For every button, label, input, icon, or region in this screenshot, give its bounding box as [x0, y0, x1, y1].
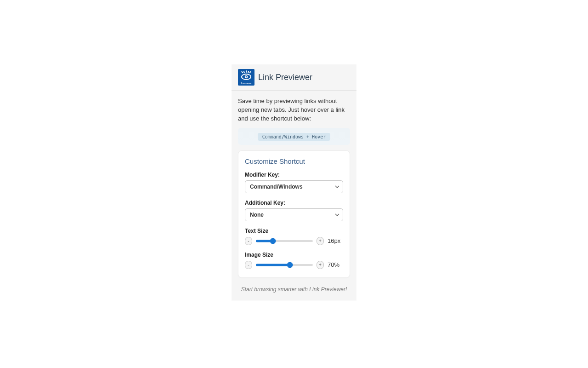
extension-popup: Previewer Link Previewer Save time by pr…	[232, 64, 356, 300]
description-part-2: and use the shortcut below:	[238, 115, 311, 122]
app-title: Link Previewer	[258, 73, 312, 82]
customize-shortcut-title: Customize Shortcut	[245, 157, 343, 165]
description-part-1: Save time by previewing links without op…	[238, 98, 337, 113]
footer-tagline: Start browsing smarter with Link Preview…	[232, 284, 356, 300]
app-logo-icon: Previewer	[238, 69, 254, 86]
image-size-plus-button[interactable]: +	[317, 261, 324, 269]
text-size-group: Text Size - + 16px	[245, 228, 343, 245]
modifier-key-label: Modifier Key:	[245, 172, 343, 178]
text-size-value: 16px	[328, 237, 343, 244]
image-size-slider[interactable]	[256, 262, 313, 268]
text-size-slider[interactable]	[256, 238, 313, 244]
additional-key-select[interactable]: None	[245, 208, 343, 221]
text-size-minus-button[interactable]: -	[245, 237, 252, 245]
additional-key-label: Additional Key:	[245, 200, 343, 206]
description-link-word[interactable]: link	[335, 106, 345, 113]
additional-key-group: Additional Key: None	[245, 200, 343, 221]
image-size-label: Image Size	[245, 252, 343, 258]
description-text: Save time by previewing links without op…	[232, 91, 356, 128]
shortcut-pill: Command/Windows + Hover	[258, 133, 330, 141]
image-size-value: 70%	[328, 261, 343, 268]
text-size-label: Text Size	[245, 228, 343, 234]
shortcut-display: Command/Windows + Hover	[238, 128, 350, 145]
image-size-minus-button[interactable]: -	[245, 261, 252, 269]
slider-thumb[interactable]	[270, 238, 276, 244]
app-logo-text: Previewer	[241, 82, 252, 85]
slider-thumb[interactable]	[287, 262, 293, 268]
slider-fill	[256, 264, 290, 266]
modifier-key-select[interactable]: Command/Windows	[245, 180, 343, 193]
svg-point-2	[246, 76, 247, 78]
image-size-group: Image Size - + 70%	[245, 252, 343, 269]
customize-shortcut-card: Customize Shortcut Modifier Key: Command…	[238, 150, 350, 278]
text-size-plus-button[interactable]: +	[317, 237, 324, 245]
header: Previewer Link Previewer	[232, 64, 356, 91]
modifier-key-group: Modifier Key: Command/Windows	[245, 172, 343, 193]
